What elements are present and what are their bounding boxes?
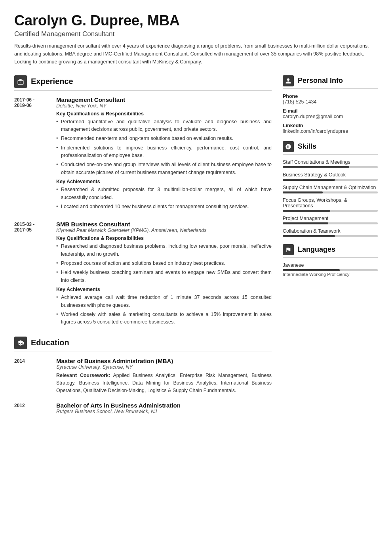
skill-bar-fill: [283, 166, 349, 168]
skill-bar-bg: [283, 191, 378, 193]
exp-company: Klynveld Peat Marwick Goerdeler (KPMG), …: [56, 228, 272, 233]
experience-entry: 2017-06 - 2019-06Management ConsultantDe…: [14, 96, 272, 212]
language-bar-bg: [283, 269, 378, 271]
exp-content: Management ConsultantDeloitte, New York,…: [56, 96, 272, 212]
skill-bar-bg: [283, 222, 378, 224]
exp-qual-item: Conducted one-on-one and group interview…: [56, 161, 272, 176]
left-column: Experience 2017-06 - 2019-06Management C…: [14, 75, 272, 425]
languages-list: JavaneseIntermediate Working Proficiency: [283, 262, 378, 277]
skills-icon: [283, 141, 294, 152]
edu-content: Master of Business Administration (MBA)S…: [56, 358, 272, 395]
skill-item: Supply Chain Management & Optimization: [283, 185, 378, 193]
skills-heading: Skills: [283, 141, 378, 155]
exp-content: SMB Business ConsultantKlynveld Peat Mar…: [56, 221, 272, 327]
exp-ach-item: Achieved average call wait time reductio…: [56, 294, 272, 309]
edu-degree: Master of Business Administration (MBA): [56, 358, 272, 364]
edu-date: 2012: [14, 402, 50, 416]
phone-item: Phone (718) 525-1434: [283, 94, 378, 105]
languages-heading: Languages: [283, 244, 378, 258]
skill-bar-bg: [283, 179, 378, 181]
two-col-layout: Experience 2017-06 - 2019-06Management C…: [14, 75, 378, 425]
exp-ach-list: Achieved average call wait time reductio…: [56, 294, 272, 326]
skill-name: Business Strategy & Outlook: [283, 172, 378, 178]
experience-list: 2017-06 - 2019-06Management ConsultantDe…: [14, 96, 272, 328]
exp-qual-item: Proposed courses of action and solutions…: [56, 260, 272, 267]
skill-name: Project Management: [283, 216, 378, 221]
skill-bar-fill: [283, 222, 328, 224]
experience-entry: 2015-03 - 2017-05SMB Business Consultant…: [14, 221, 272, 327]
candidate-title: Certified Management Consultant: [14, 30, 378, 38]
edu-coursework: Relevant Coursework: Applied Business An…: [56, 372, 272, 395]
personal-info-section: Personal Info Phone (718) 525-1434 E-mai…: [283, 75, 378, 134]
edu-date: 2014: [14, 358, 50, 395]
skill-bar-fill: [283, 191, 323, 193]
skill-item: Business Strategy & Outlook: [283, 172, 378, 181]
personal-icon: [283, 75, 294, 86]
exp-date: 2015-03 - 2017-05: [14, 221, 50, 327]
right-column: Personal Info Phone (718) 525-1434 E-mai…: [283, 75, 378, 425]
skill-item: Collaboration & Teamwork: [283, 228, 378, 237]
education-section: Education 2014Master of Business Adminis…: [14, 337, 272, 416]
exp-qual-item: Recommended near-term and long-term solu…: [56, 135, 272, 142]
languages-section: Languages JavaneseIntermediate Working P…: [283, 244, 378, 277]
education-entry: 2014Master of Business Administration (M…: [14, 358, 272, 395]
exp-date: 2017-06 - 2019-06: [14, 96, 50, 212]
resume-wrapper: Carolyn G. Dupree, MBA Certified Managem…: [0, 0, 392, 438]
edu-school: Syracuse University, Syracuse, NY: [56, 364, 272, 370]
skill-bar-bg: [283, 210, 378, 212]
education-list: 2014Master of Business Administration (M…: [14, 358, 272, 416]
exp-ach-item: Worked closely with sales & marketing co…: [56, 311, 272, 326]
skill-name: Supply Chain Management & Optimization: [283, 185, 378, 190]
exp-title: Management Consultant: [56, 96, 272, 103]
exp-qual-item: Performed quantitative and qualitative a…: [56, 118, 272, 134]
exp-qual-item: Held weekly business coaching seminars a…: [56, 269, 272, 284]
exp-qual-list: Researched and diagnosed business proble…: [56, 243, 272, 284]
edu-degree: Bachelor of Arts in Business Administrat…: [56, 402, 272, 409]
skills-section: Skills Staff Consultations & MeetingsBus…: [283, 141, 378, 237]
skill-bar-fill: [283, 210, 330, 212]
skill-item: Focus Groups, Workshops, & Presentations: [283, 197, 378, 212]
exp-ach-item: Located and onboarded 10 new business cl…: [56, 203, 272, 211]
email-item: E-mail carolyn.dupree@gmail.com: [283, 108, 378, 119]
language-level: Intermediate Working Proficiency: [283, 272, 378, 277]
skill-bar-bg: [283, 166, 378, 168]
skills-list: Staff Consultations & MeetingsBusiness S…: [283, 159, 378, 237]
exp-ach-heading: Key Achievements: [56, 179, 272, 184]
candidate-name: Carolyn G. Dupree, MBA: [14, 13, 378, 29]
exp-company: Deloitte, New York, NY: [56, 103, 272, 109]
candidate-summary: Results-driven management consultant wit…: [14, 42, 378, 66]
education-heading: Education: [14, 337, 272, 352]
skill-item: Project Management: [283, 216, 378, 224]
skill-name: Focus Groups, Workshops, & Presentations: [283, 197, 378, 209]
skill-bar-fill: [283, 235, 335, 237]
experience-heading: Experience: [14, 75, 272, 91]
exp-qual-item: Implemented solutions to improve busines…: [56, 144, 272, 160]
exp-title: SMB Business Consultant: [56, 221, 272, 228]
edu-school: Rutgers Business School, New Brunswick, …: [56, 409, 272, 414]
skill-bar-fill: [283, 179, 335, 181]
exp-qual-list: Performed quantitative and qualitative a…: [56, 118, 272, 177]
skill-name: Staff Consultations & Meetings: [283, 159, 378, 165]
exp-qual-heading: Key Qualifications & Responsibilities: [56, 111, 272, 117]
education-entry: 2012Bachelor of Arts in Business Adminis…: [14, 402, 272, 416]
education-icon: [14, 337, 27, 349]
language-item: JavaneseIntermediate Working Proficiency: [283, 262, 378, 277]
exp-qual-item: Researched and diagnosed business proble…: [56, 243, 272, 258]
header: Carolyn G. Dupree, MBA Certified Managem…: [14, 13, 378, 66]
personal-info-heading: Personal Info: [283, 75, 378, 89]
skill-item: Staff Consultations & Meetings: [283, 159, 378, 168]
edu-content: Bachelor of Arts in Business Administrat…: [56, 402, 272, 416]
exp-qual-heading: Key Qualifications & Responsibilities: [56, 235, 272, 241]
skill-name: Collaboration & Teamwork: [283, 228, 378, 234]
exp-ach-item: Researched & submitted proposals for 3 m…: [56, 186, 272, 201]
exp-ach-list: Researched & submitted proposals for 3 m…: [56, 186, 272, 211]
exp-ach-heading: Key Achievements: [56, 287, 272, 292]
experience-section: Experience 2017-06 - 2019-06Management C…: [14, 75, 272, 328]
svg-rect-0: [20, 82, 21, 82]
experience-icon: [14, 75, 27, 88]
language-bar-fill: [283, 269, 340, 271]
languages-icon: [283, 244, 294, 255]
linkedin-item: LinkedIn linkedin.com/in/carolyndupree: [283, 123, 378, 134]
skill-bar-bg: [283, 235, 378, 237]
language-name: Javanese: [283, 262, 378, 268]
